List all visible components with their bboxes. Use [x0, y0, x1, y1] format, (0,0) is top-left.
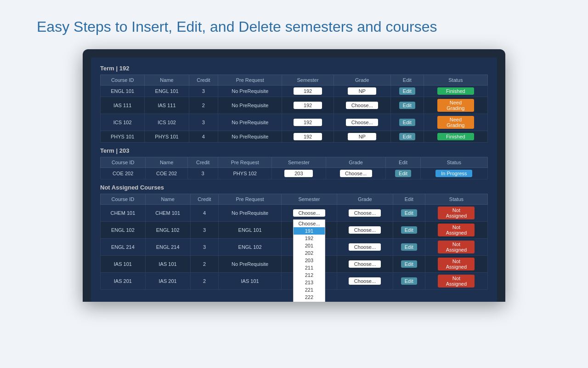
- name-cell: ENGL 102: [145, 222, 190, 239]
- dropdown-option[interactable]: 201: [294, 242, 325, 249]
- credit-cell: 2: [190, 256, 219, 273]
- semester-input[interactable]: 203: [284, 170, 313, 177]
- edit-button[interactable]: Edit: [401, 277, 417, 285]
- grade-select[interactable]: Choose...: [349, 277, 381, 285]
- name-cell: IAS 101: [145, 256, 190, 273]
- dropdown-option[interactable]: 212: [294, 271, 325, 279]
- course-id-cell: PHYS 101: [101, 131, 145, 143]
- status-badge: Not Assigned: [438, 275, 475, 288]
- status-cell: Not Assigned: [425, 273, 487, 290]
- semester-cell: 192: [282, 86, 334, 97]
- col-status: Status: [425, 194, 487, 205]
- table-row: PHYS 101PHYS 1014No PreRequisite192NPEdi…: [101, 131, 488, 143]
- semester-dropdown-list: Choose...1911922012022032112122132212222…: [293, 219, 325, 302]
- edit-button[interactable]: Edit: [399, 133, 415, 140]
- prerequest-cell: No PreRequisite: [219, 256, 281, 273]
- term-192-section: Term | 192 Course ID Name Credit Pre Req…: [100, 65, 488, 143]
- credit-cell: 3: [190, 239, 219, 256]
- prerequest-cell: IAS 101: [219, 273, 281, 290]
- edit-button[interactable]: Edit: [401, 243, 417, 251]
- laptop: Term | 192 Course ID Name Credit Pre Req…: [83, 49, 505, 302]
- dropdown-option[interactable]: 211: [294, 264, 325, 271]
- course-id-cell: ENGL 102: [101, 222, 146, 239]
- prerequest-cell: ENGL 102: [219, 239, 281, 256]
- grade-cell: Choose...: [326, 168, 385, 179]
- edit-button[interactable]: Edit: [401, 226, 417, 234]
- col-semester: Semester: [282, 75, 334, 86]
- col-edit: Edit: [386, 157, 420, 168]
- grade-input[interactable]: NP: [348, 87, 376, 95]
- grade-select[interactable]: Choose...: [346, 102, 378, 109]
- col-status: Status: [420, 157, 487, 168]
- edit-cell: Edit: [393, 205, 425, 222]
- edit-button[interactable]: Edit: [399, 119, 415, 126]
- col-credit: Credit: [187, 157, 218, 168]
- dropdown-option[interactable]: 223: [294, 301, 325, 302]
- edit-cell: Edit: [386, 168, 420, 179]
- semester-input[interactable]: 192: [294, 119, 322, 126]
- grade-cell: Choose...: [337, 205, 393, 222]
- dropdown-option[interactable]: 191: [294, 227, 325, 235]
- grade-cell: Choose...: [334, 114, 390, 131]
- grade-select[interactable]: Choose...: [349, 209, 381, 217]
- col-credit: Credit: [189, 75, 218, 86]
- table-row: IAS 111IAS 1112No PreRequisite192Choose.…: [101, 97, 488, 114]
- name-cell: ICS 102: [145, 114, 189, 131]
- dropdown-option[interactable]: 192: [294, 235, 325, 242]
- grade-input[interactable]: NP: [348, 133, 376, 140]
- semester-input[interactable]: 192: [294, 87, 322, 95]
- grade-select[interactable]: Choose...: [349, 260, 381, 268]
- course-id-cell: IAS 201: [101, 273, 146, 290]
- edit-cell: Edit: [393, 222, 425, 239]
- semester-input[interactable]: 192: [294, 133, 322, 140]
- prerequest-cell: No PreRequisite: [219, 205, 281, 222]
- grade-select[interactable]: Choose...: [340, 170, 372, 177]
- col-grade: Grade: [326, 157, 385, 168]
- edit-button[interactable]: Edit: [399, 87, 415, 95]
- prerequest-cell: PHYS 102: [218, 168, 272, 179]
- dropdown-option[interactable]: 202: [294, 249, 325, 257]
- edit-button[interactable]: Edit: [395, 170, 411, 177]
- not-assigned-table: Course ID Name Credit Pre Request Semest…: [100, 194, 488, 290]
- grade-select[interactable]: Choose...: [349, 243, 381, 251]
- semester-cell: Choose...Choose...1911922012022032112122…: [281, 205, 337, 222]
- col-semester: Semester: [281, 194, 337, 205]
- status-cell: Not Assigned: [425, 222, 487, 239]
- semester-input[interactable]: 192: [294, 102, 322, 109]
- dropdown-option[interactable]: 222: [294, 293, 325, 301]
- edit-button[interactable]: Edit: [399, 102, 415, 109]
- col-name: Name: [145, 75, 189, 86]
- term-192-label: Term | 192: [100, 65, 488, 72]
- edit-cell: Edit: [390, 97, 424, 114]
- dropdown-option[interactable]: Choose...: [294, 220, 325, 227]
- col-credit: Credit: [190, 194, 219, 205]
- grade-select[interactable]: Choose...: [349, 226, 381, 234]
- grade-select[interactable]: Choose...: [346, 119, 378, 126]
- credit-cell: 3: [190, 222, 219, 239]
- dropdown-option[interactable]: 203: [294, 257, 325, 264]
- course-id-cell: COE 202: [101, 168, 146, 179]
- term-203-section: Term | 203 Course ID Name Credit Pre Req…: [100, 147, 488, 179]
- dropdown-option[interactable]: 213: [294, 279, 325, 286]
- prerequest-cell: No PreRequisite: [218, 86, 282, 97]
- semester-cell: 203: [271, 168, 326, 179]
- course-id-cell: CHEM 101: [101, 205, 146, 222]
- status-cell: Not Assigned: [425, 205, 487, 222]
- semester-dropdown-wrapper[interactable]: Choose...Choose...1911922012022032112122…: [293, 209, 325, 217]
- credit-cell: 2: [190, 273, 219, 290]
- grade-cell: Choose...: [337, 256, 393, 273]
- name-cell: IAS 201: [145, 273, 190, 290]
- status-badge: Finished: [437, 133, 474, 140]
- status-badge: Not Assigned: [438, 224, 475, 236]
- col-name: Name: [145, 194, 190, 205]
- edit-button[interactable]: Edit: [401, 260, 417, 268]
- grade-cell: Choose...: [337, 222, 393, 239]
- dropdown-option[interactable]: 221: [294, 286, 325, 293]
- status-cell: Not Assigned: [425, 256, 487, 273]
- semester-select[interactable]: Choose...: [293, 209, 325, 217]
- edit-button[interactable]: Edit: [401, 209, 417, 217]
- col-edit: Edit: [393, 194, 425, 205]
- semester-cell: 192: [282, 131, 334, 143]
- status-badge: Need Grading: [437, 116, 474, 129]
- course-id-cell: ENGL 214: [101, 239, 146, 256]
